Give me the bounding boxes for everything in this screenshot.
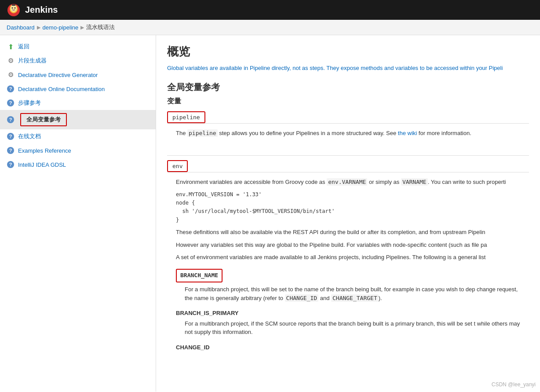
branch-name-desc: For a multibranch project, this will be … xyxy=(176,285,520,302)
divider-1 xyxy=(167,155,529,156)
question-icon-5: ? xyxy=(7,147,15,154)
env-text-2: These definitions will also be available… xyxy=(176,228,520,237)
sidebar-item-steps-ref-label: 步骤参考 xyxy=(18,99,41,107)
change-id-code: CHANGE_ID xyxy=(285,294,318,302)
branch-is-primary-desc: For a multibranch project, if the SCM so… xyxy=(176,319,520,337)
sidebar: ⬆ 返回 ⚙ 片段生成器 ⚙ Declarative Directive Gen… xyxy=(0,35,156,392)
overview-title: 概览 xyxy=(167,44,529,59)
change-id-section: CHANGE_ID xyxy=(176,343,520,352)
breadcrumb-sep-2: ▶ xyxy=(80,25,84,30)
variables-label: 变量 xyxy=(167,97,529,106)
env-desc-1: Environment variables are accessible fro… xyxy=(176,178,520,187)
sidebar-item-intellij-gdsl[interactable]: ? IntelliJ IDEA GDSL xyxy=(0,158,156,172)
pipeline-tab[interactable]: pipeline xyxy=(167,111,205,123)
header: Jenkins xyxy=(0,0,540,20)
branch-name-section: BRANCH_NAME For a multibranch project, t… xyxy=(176,269,520,302)
watermark: CSDN @lee_yanyi xyxy=(492,381,536,388)
sidebar-item-online-doc[interactable]: ? 在线文档 xyxy=(0,129,156,143)
sidebar-item-back-label: 返回 xyxy=(18,43,29,51)
sidebar-item-global-var-label: 全局变量参考 xyxy=(20,113,67,126)
env-code-block: env.MYTOOL_VERSION = '1.33' node { sh '/… xyxy=(176,191,520,224)
env-text-3: However any variables set this way are g… xyxy=(176,241,520,250)
overview-text: Global variables are available in Pipeli… xyxy=(167,64,529,73)
breadcrumb-demo-pipeline[interactable]: demo-pipeline xyxy=(43,24,79,31)
change-target-code: CHANGE_TARGET xyxy=(331,294,379,302)
sidebar-item-snippet-gen-label: 片段生成器 xyxy=(18,57,47,65)
breadcrumb: Dashboard ▶ demo-pipeline ▶ 流水线语法 xyxy=(0,20,540,35)
app-title: Jenkins xyxy=(25,5,58,15)
question-icon-2: ? xyxy=(7,99,15,107)
pipeline-desc: The pipeline step allows you to define y… xyxy=(176,129,520,138)
gear-icon-1: ⚙ xyxy=(7,57,15,65)
env-content: Environment variables are accessible fro… xyxy=(167,172,529,359)
svg-point-3 xyxy=(12,7,13,8)
pipeline-wiki-link[interactable]: the wiki xyxy=(398,130,417,136)
pipeline-code-inline: pipeline xyxy=(187,129,218,137)
sidebar-item-intellij-gdsl-label: IntelliJ IDEA GDSL xyxy=(18,161,66,168)
sidebar-item-declarative-online-doc-label: Declarative Online Documentation xyxy=(18,86,105,92)
question-icon-1: ? xyxy=(7,85,15,93)
sidebar-item-declarative-directive-label: Declarative Directive Generator xyxy=(18,72,98,78)
question-icon-4: ? xyxy=(7,132,15,140)
env-varname2: VARNAME xyxy=(401,178,428,186)
branch-is-primary-label: BRANCH_IS_PRIMARY xyxy=(176,309,520,318)
env-text-4: A set of environment variables are made … xyxy=(176,253,520,262)
breadcrumb-current: 流水线语法 xyxy=(86,23,115,31)
branch-is-primary-section: BRANCH_IS_PRIMARY For a multibranch proj… xyxy=(176,309,520,337)
env-varname1: env.VARNAME xyxy=(327,178,367,186)
sidebar-item-examples-ref-label: Examples Reference xyxy=(18,147,71,154)
svg-point-4 xyxy=(15,7,16,8)
main-content: 概览 Global variables are available in Pip… xyxy=(156,35,540,392)
sidebar-item-steps-ref[interactable]: ? 步骤参考 xyxy=(0,96,156,110)
env-tab[interactable]: env xyxy=(167,160,188,172)
sidebar-item-online-doc-label: 在线文档 xyxy=(18,132,41,140)
change-id-label: CHANGE_ID xyxy=(176,343,520,352)
svg-point-2 xyxy=(11,5,17,12)
jenkins-logo xyxy=(7,3,21,17)
branch-name-tag: BRANCH_NAME xyxy=(176,269,223,282)
svg-rect-5 xyxy=(12,4,15,6)
breadcrumb-sep-1: ▶ xyxy=(37,25,40,30)
sidebar-item-declarative-directive[interactable]: ⚙ Declarative Directive Generator xyxy=(0,68,156,82)
arrow-up-icon: ⬆ xyxy=(7,43,15,51)
sidebar-item-back[interactable]: ⬆ 返回 xyxy=(0,40,156,54)
sidebar-item-snippet-gen[interactable]: ⚙ 片段生成器 xyxy=(0,54,156,68)
pipeline-content: The pipeline step allows you to define y… xyxy=(167,123,529,147)
main-layout: ⬆ 返回 ⚙ 片段生成器 ⚙ Declarative Directive Gen… xyxy=(0,35,540,392)
question-icon-6: ? xyxy=(7,161,15,169)
breadcrumb-dashboard[interactable]: Dashboard xyxy=(7,24,35,31)
question-icon-3: ? xyxy=(7,116,15,124)
sidebar-item-declarative-online-doc[interactable]: ? Declarative Online Documentation xyxy=(0,82,156,96)
global-var-title: 全局变量参考 xyxy=(167,81,529,93)
env-section: env Environment variables are accessible… xyxy=(167,160,529,359)
sidebar-item-global-var[interactable]: ? 全局变量参考 xyxy=(0,110,156,129)
pipeline-section: pipeline The pipeline step allows you to… xyxy=(167,111,529,147)
gear-icon-2: ⚙ xyxy=(7,71,15,79)
sidebar-item-examples-ref[interactable]: ? Examples Reference xyxy=(0,143,156,158)
